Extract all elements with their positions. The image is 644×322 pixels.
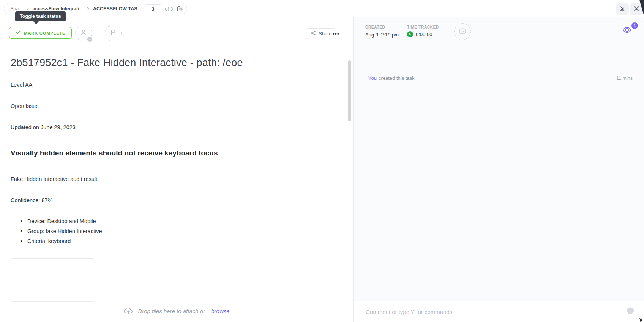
page-total-label: of 3 xyxy=(165,6,173,12)
close-icon xyxy=(634,6,639,13)
comment-bar xyxy=(353,301,644,322)
minimize-icon xyxy=(619,6,625,13)
top-bar: Spa... accessFlow Integrati... ACCESSFLO… xyxy=(0,0,644,17)
right-panel xyxy=(353,17,644,322)
breadcrumb-space[interactable]: Spa... xyxy=(10,6,23,11)
divider xyxy=(98,26,98,40)
share-icon xyxy=(311,30,316,37)
breadcrumb-task[interactable]: ACCESSFLOW TAS... xyxy=(93,6,141,11)
plus-icon: + xyxy=(87,36,93,43)
created-label: CREATED xyxy=(365,25,399,29)
tooltip-arrow xyxy=(33,21,39,24)
list-item[interactable]: Group: fake Hidden Interactive xyxy=(17,226,102,236)
calendar-check-icon xyxy=(459,27,466,36)
activity-actor[interactable]: You xyxy=(368,75,377,81)
mark-complete-button[interactable]: MARK COMPLETE xyxy=(9,27,72,39)
page-number-input[interactable] xyxy=(145,4,161,13)
breadcrumb-list[interactable]: accessFlow Integrati... xyxy=(33,6,83,11)
share-button[interactable]: Share xyxy=(306,28,336,39)
mark-complete-label: MARK COMPLETE xyxy=(24,31,65,35)
person-icon xyxy=(80,29,87,38)
created-meta: CREATED Aug 9, 2:19 pm xyxy=(365,25,399,38)
watcher-count-badge: 1 xyxy=(631,22,638,29)
time-tracked-meta[interactable]: TIME TRACKED 0:00:00 xyxy=(407,25,439,37)
more-options-button[interactable]: ••• xyxy=(333,28,339,39)
list-item[interactable]: Criteria: keyboard xyxy=(17,236,102,246)
time-tracked-label: TIME TRACKED xyxy=(407,25,439,29)
activity-timestamp: 11 mins xyxy=(616,76,633,81)
scrollbar-thumb[interactable] xyxy=(348,60,351,121)
body-line[interactable]: Confidence: 87% xyxy=(11,197,52,203)
body-line[interactable]: Level AA xyxy=(11,82,32,88)
time-tracked-value: 0:00:00 xyxy=(416,32,432,37)
drop-files-label: Drop files here to attach or xyxy=(138,308,205,314)
chevron-right-icon xyxy=(87,5,90,12)
watchers-button[interactable]: 1 xyxy=(621,25,636,38)
created-value: Aug 9, 2:19 pm xyxy=(365,32,399,38)
embedded-block-placeholder[interactable] xyxy=(11,258,95,302)
set-priority-button[interactable] xyxy=(105,25,122,41)
minimize-button[interactable] xyxy=(616,3,629,15)
comment-bubble-icon xyxy=(625,306,636,318)
section-heading[interactable]: Visually hidden elements should not rece… xyxy=(11,149,218,157)
file-drop-zone[interactable]: Drop files here to attach or browse xyxy=(0,300,353,322)
body-line[interactable]: Fake Hidden Interactive audit result xyxy=(11,176,97,182)
browse-link[interactable]: browse xyxy=(211,308,229,314)
share-label: Share xyxy=(319,31,332,36)
body-line[interactable]: Open Issue xyxy=(11,103,39,109)
play-icon[interactable] xyxy=(407,31,413,37)
list-item[interactable]: Device: Desktop and Mobile xyxy=(17,216,102,226)
tooltip: Toggle task status xyxy=(15,11,66,21)
add-assignee-button[interactable]: + xyxy=(75,25,92,41)
divider xyxy=(450,25,450,38)
eye-icon xyxy=(621,30,633,37)
set-due-date-button[interactable] xyxy=(454,23,471,40)
activity-action: created this task xyxy=(379,75,415,81)
check-icon xyxy=(16,30,21,35)
cloud-upload-icon xyxy=(123,306,134,316)
open-external-icon[interactable] xyxy=(177,6,183,12)
task-title[interactable]: 2b517952c1 - Fake Hidden Interactive - p… xyxy=(11,57,243,69)
activity-log-item: You created this task 11 mins xyxy=(368,75,633,81)
bullet-list: Device: Desktop and Mobile Group: fake H… xyxy=(17,216,102,246)
flag-icon xyxy=(110,29,117,37)
body-line[interactable]: Updated on June 29, 2023 xyxy=(11,124,76,130)
comment-input[interactable] xyxy=(366,307,609,317)
